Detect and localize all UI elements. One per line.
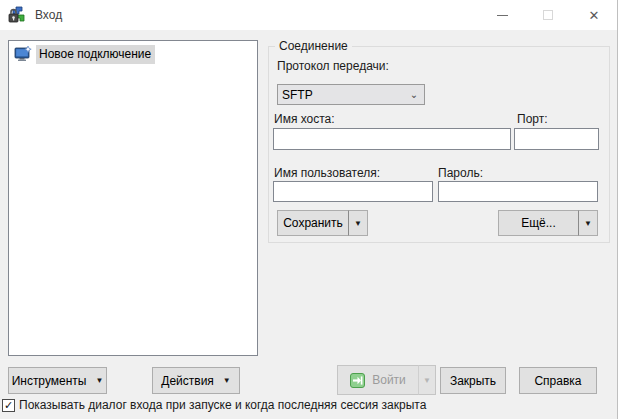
- host-input[interactable]: [273, 128, 511, 150]
- minimize-button[interactable]: [479, 0, 525, 30]
- checkmark-icon: ✓: [4, 400, 13, 411]
- window-title: Вход: [35, 8, 62, 22]
- connection-groupbox: Соединение Протокол передачи: SFTP ⌄ Имя…: [268, 46, 610, 243]
- password-label: Пароль:: [438, 166, 483, 180]
- login-icon: [350, 373, 365, 388]
- close-button-label: Закрыть: [450, 374, 496, 388]
- show-login-dialog-option: ✓ Показывать диалог входа при запуске и …: [2, 398, 426, 412]
- actions-button-label: Действия: [161, 374, 214, 388]
- dropdown-arrow-icon: ▼: [95, 376, 103, 385]
- port-stepper: ▲ ▼: [514, 128, 599, 150]
- actions-menu-button[interactable]: Действия ▼: [152, 367, 240, 394]
- save-split-button: Сохранить ▼: [277, 210, 368, 236]
- save-button[interactable]: Сохранить: [277, 210, 348, 236]
- more-split-button: Ещё... ▼: [498, 210, 598, 236]
- username-input[interactable]: [273, 181, 433, 202]
- login-dialog: Вход ✕ Новое подключение Соединение Прот…: [0, 0, 618, 419]
- login-dropdown-button: ▼: [418, 365, 436, 395]
- more-button[interactable]: Ещё...: [498, 210, 578, 236]
- password-input[interactable]: [438, 181, 598, 202]
- minimize-icon: [497, 15, 508, 16]
- protocol-label: Протокол передачи:: [277, 59, 389, 73]
- close-icon: ✕: [589, 9, 600, 22]
- login-split-button: Войти ▼: [337, 365, 436, 395]
- maximize-icon: [543, 10, 553, 20]
- help-button-label: Справка: [534, 374, 581, 388]
- dropdown-arrow-icon: ▼: [223, 376, 231, 385]
- protocol-select[interactable]: SFTP ⌄: [277, 84, 425, 105]
- help-button[interactable]: Справка: [519, 367, 597, 394]
- winscp-logo-icon: [7, 6, 27, 24]
- port-input[interactable]: [515, 129, 624, 149]
- groupbox-title: Соединение: [275, 39, 352, 53]
- close-dialog-button[interactable]: Закрыть: [440, 367, 506, 394]
- close-button[interactable]: ✕: [571, 0, 617, 30]
- protocol-value: SFTP: [278, 88, 404, 102]
- session-list[interactable]: Новое подключение: [8, 40, 258, 356]
- host-label: Имя хоста:: [274, 112, 335, 126]
- save-dropdown-button[interactable]: ▼: [348, 210, 368, 236]
- dropdown-arrow-icon: ▼: [423, 376, 431, 385]
- save-button-label: Сохранить: [283, 216, 343, 230]
- maximize-button: [525, 0, 571, 30]
- dropdown-arrow-icon: ▼: [354, 219, 362, 228]
- dropdown-arrow-icon: ▼: [584, 219, 592, 228]
- more-button-label: Ещё...: [521, 216, 556, 230]
- list-item-label: Новое подключение: [36, 45, 155, 64]
- show-login-dialog-checkbox[interactable]: ✓: [2, 399, 15, 412]
- login-button-label: Войти: [372, 373, 406, 387]
- chevron-down-icon: ⌄: [404, 89, 424, 100]
- port-label: Порт:: [517, 112, 548, 126]
- show-login-dialog-label: Показывать диалог входа при запуске и ко…: [19, 398, 426, 412]
- titlebar: Вход ✕: [0, 0, 617, 30]
- more-dropdown-button[interactable]: ▼: [578, 210, 598, 236]
- list-item-new-connection[interactable]: Новое подключение: [11, 44, 255, 64]
- new-connection-icon: [14, 46, 32, 62]
- login-button[interactable]: Войти: [337, 365, 418, 395]
- username-label: Имя пользователя:: [274, 166, 380, 180]
- tools-button-label: Инструменты: [12, 374, 87, 388]
- tools-menu-button[interactable]: Инструменты ▼: [8, 367, 107, 394]
